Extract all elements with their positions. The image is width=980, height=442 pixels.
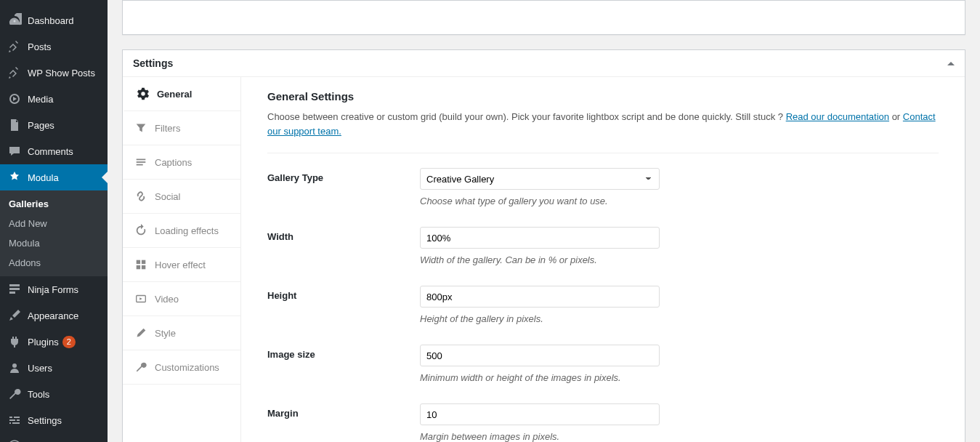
grid-icon [134,258,147,271]
panel-placeholder [122,0,965,35]
tab-style[interactable]: Style [123,316,240,350]
sidebar-item-appearance[interactable]: Appearance [0,302,108,329]
svg-rect-7 [137,161,146,163]
sidebar-item-tools[interactable]: Tools [0,381,108,407]
tab-loading-effects[interactable]: Loading effects [123,214,240,248]
row-gallery-type: Gallery Type Creative Gallery Choose wha… [267,168,939,206]
row-width: Width Width of the gallery. Can be in % … [267,227,939,265]
submenu-galleries[interactable]: Galleries [0,194,108,214]
pencil-icon [134,326,147,339]
general-settings-description: Choose between creative or custom grid (… [267,110,939,153]
svg-rect-2 [9,288,20,290]
svg-rect-3 [9,292,15,294]
submenu-addons[interactable]: Addons [0,253,108,273]
gallery-type-select[interactable]: Creative Gallery [420,168,660,190]
tab-label: General [157,89,192,100]
sliders-icon [7,413,22,427]
tab-social[interactable]: Social [123,180,240,214]
svg-rect-8 [137,164,143,166]
settings-content: General Settings Choose between creative… [241,77,965,442]
link-icon [134,190,147,203]
sidebar-item-dashboard[interactable]: Dashboard [0,7,108,33]
tab-hover-effect[interactable]: Hover effect [123,248,240,282]
svg-rect-9 [137,260,140,264]
label-height: Height [267,286,420,324]
plugin-icon [7,334,22,349]
tab-label: Loading effects [155,225,219,236]
sidebar-item-label: Settings [28,415,62,426]
dashboard-icon [7,13,22,28]
submenu-modula[interactable]: Modula [0,233,108,253]
width-input[interactable] [420,227,660,249]
svg-point-4 [12,363,17,368]
tab-general[interactable]: General [123,77,240,111]
tab-label: Video [155,294,179,305]
sidebar-item-users[interactable]: Users [0,355,108,381]
sidebar-item-label: Appearance [28,310,78,321]
lines-icon [134,156,147,169]
tab-video[interactable]: Video [123,282,240,316]
sidebar-item-ninjaforms[interactable]: Ninja Forms [0,276,108,302]
sidebar-item-label: Dashboard [28,15,74,26]
sidebar-item-comments[interactable]: Comments [0,138,108,164]
general-settings-heading: General Settings [267,90,939,103]
panel-toggle-icon[interactable] [947,62,955,65]
row-height: Height Height of the gallery in pixels. [267,286,939,324]
helper-image-size: Minimum width or height of the images in… [420,372,660,383]
sidebar-item-wpshowposts[interactable]: WP Show Posts [0,60,108,86]
sidebar-item-label: Plugins [28,337,59,347]
settings-panel: Settings General Filters Captions [122,49,965,442]
sidebar-item-posts[interactable]: Posts [0,33,108,60]
svg-rect-11 [137,265,140,269]
row-image-size: Image size Minimum width or height of th… [267,345,939,383]
description-or: or [889,111,903,122]
margin-input[interactable] [420,403,660,425]
sidebar-item-media[interactable]: Media [0,86,108,112]
height-input[interactable] [420,286,660,308]
user-icon [7,361,22,375]
tab-customizations[interactable]: Customizations [123,350,240,385]
label-gallery-type: Gallery Type [267,168,420,206]
svg-rect-1 [9,284,20,286]
sidebar-item-label: WP Show Posts [28,68,95,79]
sidebar-item-pages[interactable]: Pages [0,112,108,138]
plugins-update-badge: 2 [62,336,76,348]
link-read-documentation[interactable]: Read our documentation [786,111,889,122]
submenu-add-new[interactable]: Add New [0,214,108,233]
settings-panel-header[interactable]: Settings [123,50,965,77]
label-image-size: Image size [267,345,420,383]
tab-label: Filters [155,123,180,134]
svg-rect-10 [142,260,145,264]
sidebar-item-modula[interactable]: Modula [0,164,108,190]
sidebar-submenu-modula: Galleries Add New Modula Addons [0,190,108,276]
sidebar-item-label: Ninja Forms [28,284,78,295]
settings-tabs: General Filters Captions Social Loading … [123,77,241,442]
sidebar-item-plugins[interactable]: Plugins 2 [0,329,108,355]
svg-rect-12 [142,265,145,269]
pin-icon [7,39,22,54]
helper-gallery-type: Choose what type of gallery you want to … [420,196,660,206]
media-icon [7,92,22,106]
sidebar-item-label: Pages [28,120,54,131]
brush-icon [7,308,22,323]
admin-sidebar: Dashboard Posts WP Show Posts Media Page… [0,0,108,442]
sidebar-item-collapse[interactable]: Collapse menu [0,433,108,442]
tab-filters[interactable]: Filters [123,111,240,145]
modula-icon [7,170,22,185]
gear-icon [137,87,150,100]
label-margin: Margin [267,403,420,442]
tab-captions[interactable]: Captions [123,145,240,180]
sidebar-item-label: Users [28,363,52,374]
image-size-input[interactable] [420,345,660,366]
page-icon [7,118,22,132]
svg-point-0 [14,20,16,23]
helper-width: Width of the gallery. Can be in % or pix… [420,254,660,265]
reload-icon [134,224,147,237]
tab-label: Style [155,328,176,339]
comment-icon [7,144,22,158]
sidebar-item-label: Media [28,94,53,105]
sidebar-item-label: Posts [28,41,52,52]
settings-panel-title: Settings [133,57,173,69]
sidebar-item-settings[interactable]: Settings [0,407,108,433]
svg-rect-6 [137,159,146,161]
